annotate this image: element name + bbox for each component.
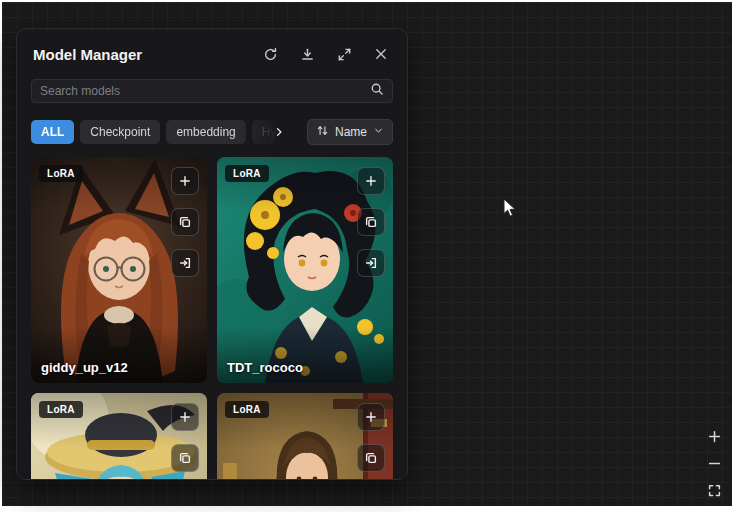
canvas-controls xyxy=(704,426,724,500)
search-input[interactable] xyxy=(40,84,370,98)
copy-icon[interactable] xyxy=(171,444,199,472)
filter-scroll-area: ALL Checkpoint embedding Hype xyxy=(31,120,283,144)
chevron-right-icon[interactable] xyxy=(271,124,287,140)
model-card[interactable]: LoRA giddy_up_v12 xyxy=(31,157,207,383)
load-workflow-icon[interactable] xyxy=(357,249,385,277)
zoom-in-icon[interactable] xyxy=(704,426,724,446)
copy-icon[interactable] xyxy=(357,208,385,236)
mouse-cursor xyxy=(503,198,517,218)
search-bar xyxy=(31,79,393,103)
download-icon[interactable] xyxy=(299,46,315,62)
add-model-icon[interactable] xyxy=(357,403,385,431)
model-manager-panel: Model Manager xyxy=(16,28,408,480)
zoom-out-icon[interactable] xyxy=(704,453,724,473)
model-card-grid: LoRA giddy_up_v12 xyxy=(31,157,393,479)
expand-icon[interactable] xyxy=(336,46,352,62)
fit-view-icon[interactable] xyxy=(704,480,724,500)
filter-row: ALL Checkpoint embedding Hype Name xyxy=(31,119,393,145)
model-type-badge: LoRA xyxy=(225,401,269,418)
model-card[interactable]: LoRA xyxy=(217,393,393,479)
panel-title: Model Manager xyxy=(33,46,262,63)
add-model-icon[interactable] xyxy=(171,167,199,195)
card-actions xyxy=(357,403,385,472)
sort-label: Name xyxy=(335,125,367,139)
workflow-canvas[interactable]: Model Manager xyxy=(2,2,732,506)
model-type-badge: LoRA xyxy=(39,165,83,182)
filter-all[interactable]: ALL xyxy=(31,120,74,144)
copy-icon[interactable] xyxy=(171,208,199,236)
card-actions xyxy=(171,167,199,277)
add-model-icon[interactable] xyxy=(357,167,385,195)
panel-header: Model Manager xyxy=(17,29,407,65)
refresh-icon[interactable] xyxy=(262,46,278,62)
search-icon xyxy=(370,82,384,100)
copy-icon[interactable] xyxy=(357,444,385,472)
panel-toolbar xyxy=(262,46,389,62)
model-name: giddy_up_v12 xyxy=(41,360,128,375)
model-type-badge: LoRA xyxy=(39,401,83,418)
load-workflow-icon[interactable] xyxy=(171,249,199,277)
model-name: TDT_rococo xyxy=(227,360,303,375)
model-card[interactable]: LoRA TDT_rococo xyxy=(217,157,393,383)
sort-icon xyxy=(316,124,329,140)
add-model-icon[interactable] xyxy=(171,403,199,431)
filter-checkpoint[interactable]: Checkpoint xyxy=(80,120,160,144)
card-actions xyxy=(357,167,385,277)
card-actions xyxy=(171,403,199,472)
model-card[interactable]: LoRA xyxy=(31,393,207,479)
filter-embedding[interactable]: embedding xyxy=(166,120,245,144)
close-icon[interactable] xyxy=(373,46,389,62)
model-type-badge: LoRA xyxy=(225,165,269,182)
sort-dropdown[interactable]: Name xyxy=(307,119,393,145)
chevron-down-icon xyxy=(373,125,384,139)
